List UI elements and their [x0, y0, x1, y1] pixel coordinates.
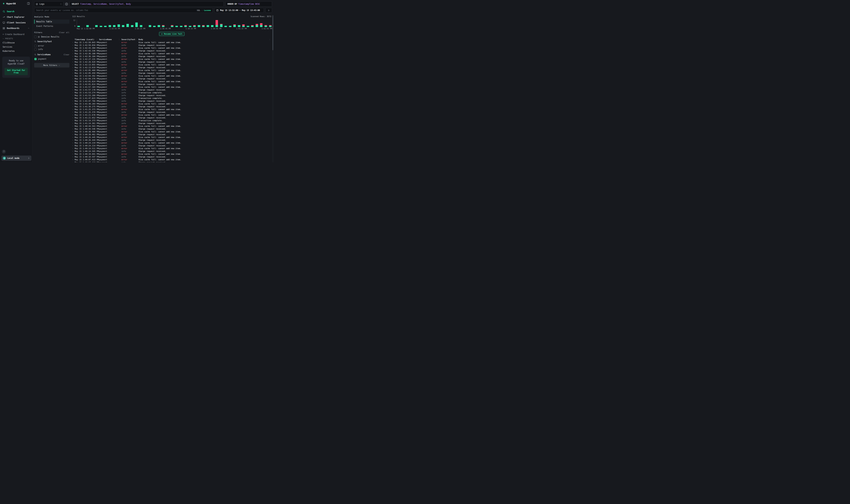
get-started-button[interactable]: Get Started for Free	[4, 68, 28, 75]
denoise-results-toggle[interactable]: Denoise Results	[34, 36, 69, 38]
table-row[interactable]: ›May 15 1:40:07.410 PMpaymentinfoCharge …	[72, 161, 272, 162]
table-row[interactable]: ›May 15 1:40:10.601 PMpaymenterrorVisa c…	[72, 152, 272, 156]
histogram-bar[interactable]	[100, 26, 102, 27]
histogram-bar[interactable]	[216, 20, 218, 27]
table-row[interactable]: ›May 15 1:41:25.373 PMpaymenterrorVisa c…	[72, 108, 272, 111]
histogram-bar[interactable]	[180, 26, 182, 27]
table-row[interactable]: ›May 15 1:40:26.445 PMpaymenterrorVisa c…	[72, 136, 272, 139]
row-expand-icon[interactable]: ›	[72, 83, 75, 86]
row-expand-icon[interactable]: ›	[72, 41, 75, 43]
table-row[interactable]: ›May 15 1:42:43.336 PMpaymentinfoCharge …	[72, 49, 272, 52]
row-expand-icon[interactable]: ›	[72, 147, 75, 150]
sidebar-item-client-sessions[interactable]: Client Sessions	[0, 20, 32, 25]
histogram-bar[interactable]	[122, 25, 124, 27]
source-settings-gear-icon[interactable]	[65, 3, 68, 5]
denoise-checkbox[interactable]	[34, 36, 36, 38]
row-expand-icon[interactable]: ›	[72, 111, 75, 113]
row-expand-icon[interactable]: ›	[72, 150, 75, 152]
presets-section-toggle[interactable]: PRESETS	[0, 37, 32, 41]
create-dashboard-button[interactable]: + Create Dashboard	[0, 31, 32, 37]
row-expand-icon[interactable]: ›	[72, 144, 75, 147]
table-row[interactable]: ›May 15 1:42:01.824 PMpaymenterrorVisa c…	[72, 80, 272, 83]
histogram-bar[interactable]	[256, 24, 258, 27]
histogram-bar[interactable]	[176, 26, 178, 27]
row-expand-icon[interactable]: ›	[72, 58, 75, 60]
table-row[interactable]: ›May 15 1:41:21.652 PMpaymentinfoCharge …	[72, 116, 272, 119]
histogram-bar[interactable]	[158, 25, 160, 27]
row-expand-icon[interactable]: ›	[72, 69, 75, 72]
row-expand-icon[interactable]: ›	[72, 72, 75, 74]
table-row[interactable]: ›May 15 1:42:36.188 PMpaymenterrorVisa c…	[72, 52, 272, 55]
histogram-bar[interactable]	[162, 25, 164, 27]
table-row[interactable]: ›May 15 1:41:47.823 PMpaymentinfoTransac…	[72, 97, 272, 100]
search-input[interactable]	[36, 9, 196, 12]
histogram-bar[interactable]	[265, 25, 267, 27]
histogram-bar[interactable]	[189, 26, 191, 27]
row-expand-icon[interactable]: ›	[72, 89, 75, 91]
resume-live-tail-button[interactable]: Resume Live Tail	[159, 32, 184, 36]
table-row[interactable]: ›May 15 1:40:44.546 PMpaymentinfoCharge …	[72, 127, 272, 130]
histogram-bar[interactable]	[233, 24, 236, 27]
language-sql-option[interactable]: SQL	[197, 9, 200, 12]
table-row[interactable]: ›May 15 1:40:24.219 PMpaymenterrorVisa c…	[72, 141, 272, 144]
table-row[interactable]: ›May 15 1:40:24.214 PMpaymentinfoCharge …	[72, 144, 272, 147]
checkbox[interactable]: ✓	[34, 58, 37, 60]
row-expand-icon[interactable]: ›	[72, 44, 75, 47]
table-row[interactable]: ›May 15 1:42:05.460 PMpaymenterrorVisa c…	[72, 69, 272, 72]
checkbox[interactable]	[34, 45, 37, 47]
table-row[interactable]: ›May 15 1:42:50.834 PMpaymentinfoCharge …	[72, 44, 272, 47]
vertical-scrollbar[interactable]	[272, 15, 273, 162]
analysis-mode-results-table[interactable]: Results Table	[34, 20, 69, 24]
row-expand-icon[interactable]: ›	[72, 114, 75, 116]
histogram-bar[interactable]	[86, 25, 89, 27]
row-expand-icon[interactable]: ›	[72, 103, 75, 105]
table-row[interactable]: ›May 15 1:42:26.920 PMpaymentinfoCharge …	[72, 60, 272, 63]
histogram-bar[interactable]	[140, 25, 142, 27]
row-expand-icon[interactable]: ›	[72, 108, 75, 111]
collapse-sidebar-icon[interactable]	[27, 2, 30, 5]
user-menu[interactable]: U Local mode	[1, 156, 31, 161]
facet-clear-link[interactable]: Clear	[64, 54, 69, 56]
table-row[interactable]: ›May 15 1:42:04.392 PMpaymenterrorVisa c…	[72, 74, 272, 77]
histogram-bar[interactable]	[220, 24, 222, 27]
histogram-bar[interactable]	[135, 22, 138, 27]
preset-item-kubernetes[interactable]: Kubernetes	[0, 49, 32, 53]
row-expand-icon[interactable]: ›	[72, 52, 75, 55]
table-row[interactable]: ›May 15 1:42:13.019 PMpaymentinfoCharge …	[72, 66, 272, 69]
filter-option-error[interactable]: error	[34, 44, 69, 48]
column-header-servicename[interactable]: ServiceName⋮	[99, 38, 121, 41]
more-filters-button[interactable]: More filters	[34, 63, 69, 68]
row-expand-icon[interactable]: ›	[72, 100, 75, 102]
column-drag-handle[interactable]: ⋮	[118, 38, 120, 40]
row-expand-icon[interactable]: ›	[72, 94, 75, 96]
table-row[interactable]: ›May 15 1:42:01.814 PMpaymentinfoCharge …	[72, 83, 272, 86]
table-row[interactable]: ›May 15 1:40:38.462 PMpaymentinfoCharge …	[72, 133, 272, 136]
row-expand-icon[interactable]: ›	[72, 47, 75, 49]
table-row[interactable]: ›May 15 1:41:21.678 PMpaymenterrorVisa c…	[72, 113, 272, 116]
row-expand-icon[interactable]: ›	[72, 133, 75, 136]
row-expand-icon[interactable]: ›	[72, 161, 75, 162]
table-row[interactable]: ›May 15 1:41:57.183 PMpaymenterrorVisa c…	[72, 86, 272, 88]
histogram-bar[interactable]	[238, 25, 240, 27]
histogram-bar[interactable]	[202, 25, 204, 27]
table-row[interactable]: ›May 15 1:42:50.843 PMpaymenterrorVisa c…	[72, 41, 272, 44]
table-row[interactable]: ›May 15 1:41:47.766 PMpaymentinfoCharge …	[72, 100, 272, 102]
table-row[interactable]: ›May 15 1:42:13.055 PMpaymenterrorVisa c…	[72, 63, 272, 66]
preset-item-services[interactable]: Services	[0, 45, 32, 49]
column-drag-handle[interactable]: ⋮	[96, 38, 98, 40]
date-range-picker[interactable]: May 15 13:32:00 - May 15 13:43:00	[214, 8, 264, 13]
row-expand-icon[interactable]: ›	[72, 80, 75, 83]
table-row[interactable]: ›May 15 1:40:14.505 PMpaymentinfoCharge …	[72, 150, 272, 152]
row-expand-icon[interactable]: ›	[72, 156, 75, 158]
table-row[interactable]: ›May 15 1:40:14.511 PMpaymenterrorVisa c…	[72, 147, 272, 150]
histogram-bar[interactable]	[224, 26, 227, 27]
histogram-bar[interactable]	[251, 25, 254, 27]
row-expand-icon[interactable]: ›	[72, 158, 75, 161]
table-row[interactable]: ›May 15 1:42:36.184 PMpaymentinfoCharge …	[72, 55, 272, 58]
row-expand-icon[interactable]: ›	[72, 77, 75, 80]
table-row[interactable]: ›May 15 1:40:07.413 PMpaymenterrorVisa c…	[72, 158, 272, 161]
row-expand-icon[interactable]: ›	[72, 139, 75, 141]
table-row[interactable]: ›May 15 1:41:14.361 PMpaymentinfoCharge …	[72, 122, 272, 125]
table-row[interactable]: ›May 15 1:41:53.274 PMpaymentinfoTransac…	[72, 91, 272, 94]
row-expand-icon[interactable]: ›	[72, 153, 75, 155]
